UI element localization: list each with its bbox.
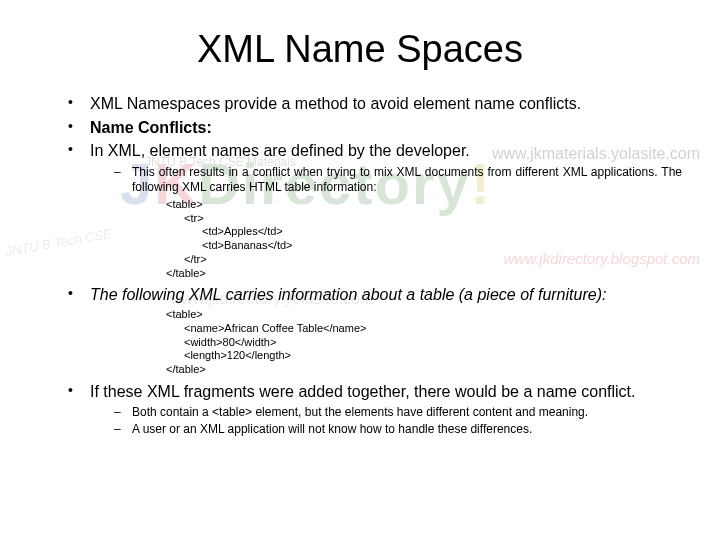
bullet-5: If these XML fragments were added togeth… bbox=[68, 381, 682, 438]
code2-l1: <table> bbox=[166, 308, 203, 320]
code1-l2: <tr> bbox=[166, 212, 682, 226]
bullet-5-sublist: Both contain a <table> element, but the … bbox=[90, 405, 682, 437]
bullet-3: In XML, element names are defined by the… bbox=[68, 140, 682, 280]
bullet-2-text: Name Conflicts: bbox=[90, 119, 212, 136]
bullet-5-sub-2: A user or an XML application will not kn… bbox=[114, 422, 682, 438]
slide-title: XML Name Spaces bbox=[38, 28, 682, 71]
bullet-3-text: In XML, element names are defined by the… bbox=[90, 142, 470, 159]
bullet-3-sub-1: This often results in a conflict when tr… bbox=[114, 165, 682, 196]
bullet-1: XML Namespaces provide a method to avoid… bbox=[68, 93, 682, 115]
bullet-3-sublist: This often results in a conflict when tr… bbox=[90, 165, 682, 196]
bullet-3-sub-1-text: This often results in a conflict when tr… bbox=[132, 165, 682, 195]
bullet-2: Name Conflicts: bbox=[68, 117, 682, 139]
code2-l3: <width>80</width> bbox=[166, 336, 682, 350]
code1-l6: </table> bbox=[166, 267, 206, 279]
bullet-list: XML Namespaces provide a method to avoid… bbox=[38, 93, 682, 438]
code-block-1: <table> <tr> <td>Apples</td> <td>Bananas… bbox=[90, 198, 682, 281]
slide-content: XML Name Spaces XML Namespaces provide a… bbox=[0, 0, 720, 540]
code1-l3: <td>Apples</td> bbox=[166, 225, 682, 239]
bullet-4: The following XML carries information ab… bbox=[68, 284, 682, 376]
bullet-4-text: The following XML carries information ab… bbox=[90, 286, 606, 303]
bullet-5-sub-1: Both contain a <table> element, but the … bbox=[114, 405, 682, 421]
code2-l5: </table> bbox=[166, 363, 206, 375]
code2-l4: <length>120</length> bbox=[166, 349, 682, 363]
code-block-2: <table> <name>African Coffee Table</name… bbox=[90, 308, 682, 377]
code2-l2: <name>African Coffee Table</name> bbox=[166, 322, 682, 336]
code1-l1: <table> bbox=[166, 198, 203, 210]
code1-l5: </tr> bbox=[166, 253, 682, 267]
bullet-5-text: If these XML fragments were added togeth… bbox=[90, 383, 636, 400]
code1-l4: <td>Bananas</td> bbox=[166, 239, 682, 253]
